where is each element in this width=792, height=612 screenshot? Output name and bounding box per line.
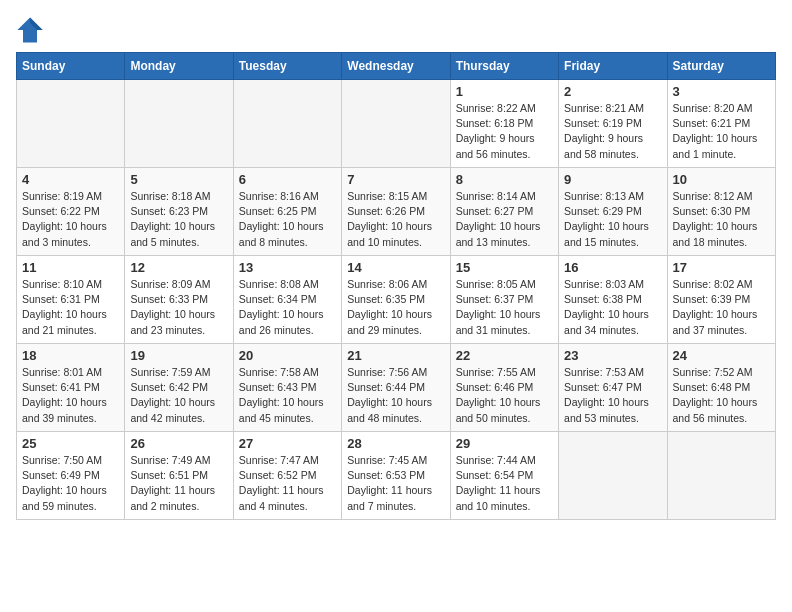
day-number: 9: [564, 172, 661, 187]
day-number: 13: [239, 260, 336, 275]
day-number: 8: [456, 172, 553, 187]
day-number: 25: [22, 436, 119, 451]
day-number: 1: [456, 84, 553, 99]
day-number: 3: [673, 84, 770, 99]
calendar-cell: 21Sunrise: 7:56 AMSunset: 6:44 PMDayligh…: [342, 344, 450, 432]
calendar-week-row: 25Sunrise: 7:50 AMSunset: 6:49 PMDayligh…: [17, 432, 776, 520]
calendar-cell: 4Sunrise: 8:19 AMSunset: 6:22 PMDaylight…: [17, 168, 125, 256]
day-info: Sunrise: 8:03 AMSunset: 6:38 PMDaylight:…: [564, 277, 661, 338]
day-number: 14: [347, 260, 444, 275]
calendar-cell: 28Sunrise: 7:45 AMSunset: 6:53 PMDayligh…: [342, 432, 450, 520]
day-number: 17: [673, 260, 770, 275]
day-info: Sunrise: 8:16 AMSunset: 6:25 PMDaylight:…: [239, 189, 336, 250]
day-number: 21: [347, 348, 444, 363]
calendar-cell: 8Sunrise: 8:14 AMSunset: 6:27 PMDaylight…: [450, 168, 558, 256]
calendar-cell: [125, 80, 233, 168]
day-info: Sunrise: 7:58 AMSunset: 6:43 PMDaylight:…: [239, 365, 336, 426]
day-number: 10: [673, 172, 770, 187]
calendar-week-row: 18Sunrise: 8:01 AMSunset: 6:41 PMDayligh…: [17, 344, 776, 432]
calendar-cell: 16Sunrise: 8:03 AMSunset: 6:38 PMDayligh…: [559, 256, 667, 344]
calendar-cell: 23Sunrise: 7:53 AMSunset: 6:47 PMDayligh…: [559, 344, 667, 432]
calendar-cell: [342, 80, 450, 168]
day-number: 20: [239, 348, 336, 363]
day-info: Sunrise: 8:19 AMSunset: 6:22 PMDaylight:…: [22, 189, 119, 250]
calendar-week-row: 4Sunrise: 8:19 AMSunset: 6:22 PMDaylight…: [17, 168, 776, 256]
day-number: 5: [130, 172, 227, 187]
day-info: Sunrise: 8:10 AMSunset: 6:31 PMDaylight:…: [22, 277, 119, 338]
calendar-week-row: 1Sunrise: 8:22 AMSunset: 6:18 PMDaylight…: [17, 80, 776, 168]
day-number: 15: [456, 260, 553, 275]
day-number: 7: [347, 172, 444, 187]
day-number: 23: [564, 348, 661, 363]
logo-icon: [16, 16, 44, 44]
day-number: 4: [22, 172, 119, 187]
calendar-cell: 14Sunrise: 8:06 AMSunset: 6:35 PMDayligh…: [342, 256, 450, 344]
day-number: 24: [673, 348, 770, 363]
calendar-table: SundayMondayTuesdayWednesdayThursdayFrid…: [16, 52, 776, 520]
day-info: Sunrise: 8:20 AMSunset: 6:21 PMDaylight:…: [673, 101, 770, 162]
day-info: Sunrise: 8:08 AMSunset: 6:34 PMDaylight:…: [239, 277, 336, 338]
calendar-cell: 15Sunrise: 8:05 AMSunset: 6:37 PMDayligh…: [450, 256, 558, 344]
calendar-header-row: SundayMondayTuesdayWednesdayThursdayFrid…: [17, 53, 776, 80]
day-number: 29: [456, 436, 553, 451]
calendar-cell: 9Sunrise: 8:13 AMSunset: 6:29 PMDaylight…: [559, 168, 667, 256]
calendar-cell: 1Sunrise: 8:22 AMSunset: 6:18 PMDaylight…: [450, 80, 558, 168]
day-info: Sunrise: 8:15 AMSunset: 6:26 PMDaylight:…: [347, 189, 444, 250]
day-info: Sunrise: 8:18 AMSunset: 6:23 PMDaylight:…: [130, 189, 227, 250]
calendar-cell: 27Sunrise: 7:47 AMSunset: 6:52 PMDayligh…: [233, 432, 341, 520]
calendar-cell: [667, 432, 775, 520]
page-header: [16, 16, 776, 44]
calendar-cell: 26Sunrise: 7:49 AMSunset: 6:51 PMDayligh…: [125, 432, 233, 520]
day-number: 28: [347, 436, 444, 451]
day-info: Sunrise: 7:52 AMSunset: 6:48 PMDaylight:…: [673, 365, 770, 426]
day-number: 19: [130, 348, 227, 363]
day-info: Sunrise: 8:05 AMSunset: 6:37 PMDaylight:…: [456, 277, 553, 338]
day-number: 12: [130, 260, 227, 275]
calendar-cell: 19Sunrise: 7:59 AMSunset: 6:42 PMDayligh…: [125, 344, 233, 432]
day-info: Sunrise: 7:45 AMSunset: 6:53 PMDaylight:…: [347, 453, 444, 514]
calendar-cell: 25Sunrise: 7:50 AMSunset: 6:49 PMDayligh…: [17, 432, 125, 520]
calendar-cell: 7Sunrise: 8:15 AMSunset: 6:26 PMDaylight…: [342, 168, 450, 256]
day-info: Sunrise: 8:14 AMSunset: 6:27 PMDaylight:…: [456, 189, 553, 250]
day-number: 6: [239, 172, 336, 187]
calendar-cell: [233, 80, 341, 168]
calendar-cell: 11Sunrise: 8:10 AMSunset: 6:31 PMDayligh…: [17, 256, 125, 344]
logo: [16, 16, 48, 44]
day-number: 27: [239, 436, 336, 451]
day-info: Sunrise: 8:06 AMSunset: 6:35 PMDaylight:…: [347, 277, 444, 338]
day-info: Sunrise: 7:50 AMSunset: 6:49 PMDaylight:…: [22, 453, 119, 514]
day-number: 11: [22, 260, 119, 275]
day-info: Sunrise: 8:01 AMSunset: 6:41 PMDaylight:…: [22, 365, 119, 426]
day-info: Sunrise: 8:21 AMSunset: 6:19 PMDaylight:…: [564, 101, 661, 162]
day-number: 2: [564, 84, 661, 99]
calendar-cell: 24Sunrise: 7:52 AMSunset: 6:48 PMDayligh…: [667, 344, 775, 432]
day-info: Sunrise: 7:49 AMSunset: 6:51 PMDaylight:…: [130, 453, 227, 514]
calendar-cell: 2Sunrise: 8:21 AMSunset: 6:19 PMDaylight…: [559, 80, 667, 168]
calendar-cell: [17, 80, 125, 168]
calendar-header-day: Sunday: [17, 53, 125, 80]
day-info: Sunrise: 8:09 AMSunset: 6:33 PMDaylight:…: [130, 277, 227, 338]
day-info: Sunrise: 8:12 AMSunset: 6:30 PMDaylight:…: [673, 189, 770, 250]
calendar-cell: 20Sunrise: 7:58 AMSunset: 6:43 PMDayligh…: [233, 344, 341, 432]
calendar-cell: 5Sunrise: 8:18 AMSunset: 6:23 PMDaylight…: [125, 168, 233, 256]
calendar-cell: 3Sunrise: 8:20 AMSunset: 6:21 PMDaylight…: [667, 80, 775, 168]
calendar-header-day: Friday: [559, 53, 667, 80]
calendar-cell: [559, 432, 667, 520]
calendar-header-day: Saturday: [667, 53, 775, 80]
day-info: Sunrise: 8:13 AMSunset: 6:29 PMDaylight:…: [564, 189, 661, 250]
calendar-cell: 22Sunrise: 7:55 AMSunset: 6:46 PMDayligh…: [450, 344, 558, 432]
day-info: Sunrise: 7:47 AMSunset: 6:52 PMDaylight:…: [239, 453, 336, 514]
day-number: 26: [130, 436, 227, 451]
day-info: Sunrise: 7:44 AMSunset: 6:54 PMDaylight:…: [456, 453, 553, 514]
calendar-header-day: Wednesday: [342, 53, 450, 80]
calendar-cell: 17Sunrise: 8:02 AMSunset: 6:39 PMDayligh…: [667, 256, 775, 344]
day-number: 22: [456, 348, 553, 363]
calendar-cell: 10Sunrise: 8:12 AMSunset: 6:30 PMDayligh…: [667, 168, 775, 256]
calendar-cell: 29Sunrise: 7:44 AMSunset: 6:54 PMDayligh…: [450, 432, 558, 520]
day-info: Sunrise: 8:22 AMSunset: 6:18 PMDaylight:…: [456, 101, 553, 162]
calendar-header-day: Thursday: [450, 53, 558, 80]
day-info: Sunrise: 7:56 AMSunset: 6:44 PMDaylight:…: [347, 365, 444, 426]
calendar-week-row: 11Sunrise: 8:10 AMSunset: 6:31 PMDayligh…: [17, 256, 776, 344]
calendar-header-day: Monday: [125, 53, 233, 80]
calendar-cell: 12Sunrise: 8:09 AMSunset: 6:33 PMDayligh…: [125, 256, 233, 344]
